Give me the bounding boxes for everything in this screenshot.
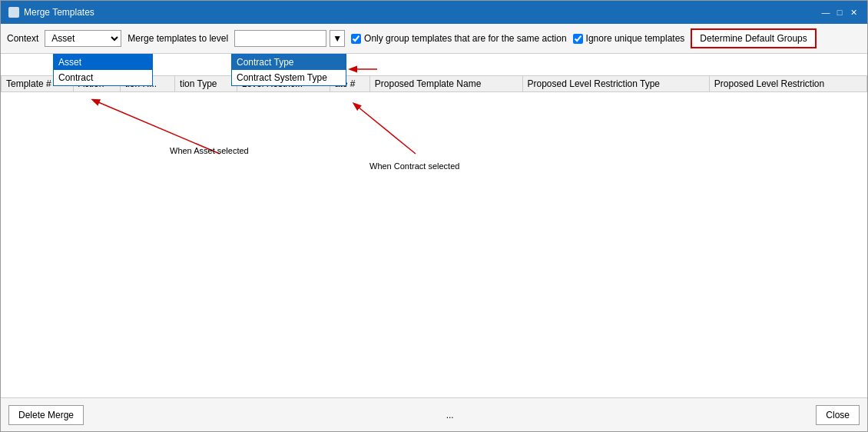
col-proposed-level-restriction: Proposed Level Restriction [709, 76, 866, 92]
asset-annotation-label: When Asset selected [170, 146, 249, 155]
merge-level-dropdown-item-contracttype[interactable]: Contract Type [232, 55, 346, 70]
merge-level-dropdown-open: Contract Type Contract System Type [231, 54, 346, 86]
footer: Delete Merge ... Close [1, 397, 867, 431]
footer-left: Delete Merge [8, 405, 84, 425]
toolbar: Context Asset Contract Merge templates t… [1, 24, 867, 54]
context-label: Context [7, 33, 38, 44]
footer-ellipsis: ... [446, 410, 454, 420]
merge-level-group: ▼ [234, 30, 345, 47]
window-title: Merge Templates [24, 7, 94, 18]
only-group-checkbox-group: Only group templates that are for the sa… [351, 33, 566, 44]
ignore-unique-label: Ignore unique templates [586, 33, 685, 44]
title-bar-controls: — □ ✕ [820, 7, 860, 18]
maximize-button[interactable]: □ [833, 7, 846, 18]
merge-level-dropdown-btn[interactable]: ▼ [330, 30, 345, 47]
only-group-label: Only group templates that are for the sa… [364, 33, 566, 44]
context-dropdown-item-contract[interactable]: Contract [54, 70, 152, 85]
col-proposed-template-name: Proposed Template Name [369, 76, 522, 92]
col-proposed-level-restriction-type: Proposed Level Restriction Type [522, 76, 709, 92]
merge-level-dropdown-item-contractsystemtype[interactable]: Contract System Type [232, 70, 346, 85]
table-area: Template # Action tion R... tion Type Le… [1, 75, 867, 397]
col-action-type: tion Type [175, 76, 237, 92]
footer-right: Close [816, 405, 860, 425]
context-select[interactable]: Asset Contract [45, 30, 121, 47]
minimize-button[interactable]: — [820, 7, 832, 18]
merge-level-input[interactable] [234, 30, 326, 47]
only-group-checkbox[interactable] [351, 34, 361, 44]
title-bar-left: Merge Templates [8, 7, 94, 18]
merge-level-label: Merge templates to level [128, 33, 228, 44]
delete-merge-button[interactable]: Delete Merge [8, 405, 84, 425]
close-button[interactable]: ✕ [847, 7, 860, 18]
ignore-unique-checkbox-group: Ignore unique templates [573, 33, 685, 44]
context-dropdown-open: Asset Contract [53, 54, 153, 86]
merge-templates-window: Merge Templates — □ ✕ Context Asset Cont… [0, 0, 868, 432]
ignore-unique-checkbox[interactable] [573, 34, 583, 44]
close-footer-button[interactable]: Close [816, 405, 860, 425]
window-icon [8, 7, 19, 18]
footer-center: ... [446, 410, 454, 420]
contract-annotation-label: When Contract selected [369, 161, 459, 171]
context-dropdown-item-asset[interactable]: Asset [54, 55, 152, 70]
title-bar: Merge Templates — □ ✕ [1, 1, 867, 24]
determine-default-groups-button[interactable]: Determine Default Groups [691, 28, 816, 48]
